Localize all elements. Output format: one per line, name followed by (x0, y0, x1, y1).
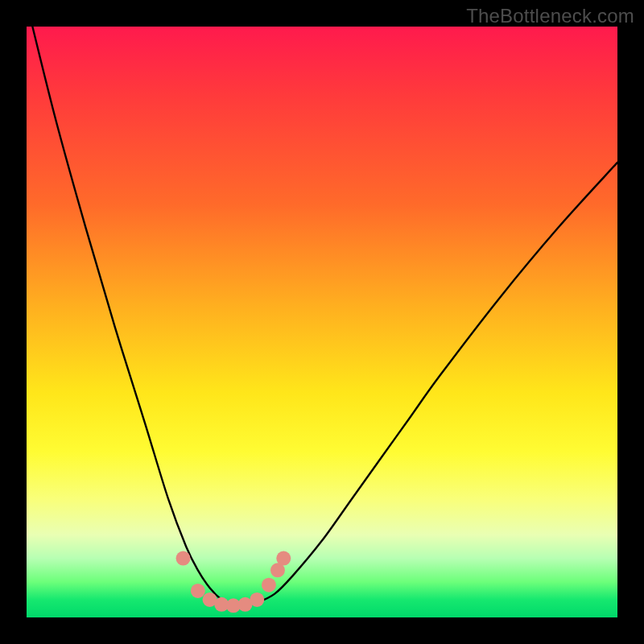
curve-marker (191, 584, 205, 598)
curve-marker (250, 592, 264, 607)
curve-layer (27, 27, 617, 617)
bottleneck-curve-path (32, 27, 617, 606)
plot-area (27, 27, 617, 617)
curve-marker (262, 578, 276, 592)
chart-frame: TheBottleneck.com (0, 0, 644, 644)
watermark-text: TheBottleneck.com (466, 5, 634, 27)
curve-marker (176, 551, 191, 566)
curve-marker (276, 551, 291, 566)
